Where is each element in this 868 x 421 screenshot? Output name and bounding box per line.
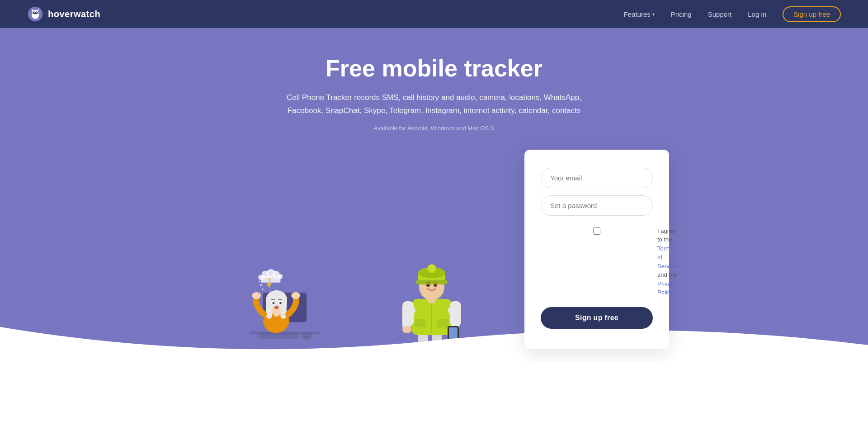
terms-of-service-link[interactable]: Terms of Service [657, 245, 677, 270]
nav-item-support[interactable]: Support [708, 10, 732, 18]
hero-available: Available for Android, Windows and Mac O… [285, 125, 583, 132]
password-input[interactable] [541, 195, 653, 216]
nav-item-features[interactable]: Features ▾ [624, 10, 655, 18]
nav-links: Features ▾ Pricing Support Log in Sign u… [624, 6, 841, 22]
nav-item-pricing[interactable]: Pricing [671, 10, 692, 18]
terms-text: I agree to the Terms of Service and the … [657, 227, 677, 297]
nav-item-login[interactable]: Log in [748, 10, 766, 18]
features-label: Features [624, 10, 651, 18]
white-section [0, 362, 868, 421]
svg-point-10 [33, 14, 38, 18]
terms-checkbox[interactable] [541, 227, 653, 235]
hero-section: Free mobile tracker Cell Phone Tracker r… [0, 28, 868, 362]
signup-submit-button[interactable]: Sign up free [541, 307, 653, 329]
svg-point-8 [37, 12, 38, 13]
hero-content: Free mobile tracker Cell Phone Tracker r… [276, 55, 592, 132]
hero-title: Free mobile tracker [285, 55, 583, 82]
hero-curve [0, 273, 868, 362]
logo-icon [27, 6, 43, 22]
nav-signup-button[interactable]: Sign up free [783, 6, 841, 22]
svg-point-5 [33, 11, 35, 14]
brand-name: hoverwatch [48, 9, 100, 19]
svg-point-7 [34, 12, 35, 13]
terms-row: I agree to the Terms of Service and the … [541, 227, 653, 297]
chevron-down-icon: ▾ [652, 12, 655, 17]
email-input[interactable] [541, 168, 653, 188]
signup-card: I agree to the Terms of Service and the … [524, 150, 669, 349]
svg-point-6 [35, 11, 38, 14]
svg-point-61 [429, 265, 435, 272]
logo[interactable]: hoverwatch [27, 6, 100, 22]
navbar: hoverwatch Features ▾ Pricing Support Lo… [0, 0, 868, 28]
hero-subtitle: Cell Phone Tracker records SMS, call his… [285, 91, 583, 118]
